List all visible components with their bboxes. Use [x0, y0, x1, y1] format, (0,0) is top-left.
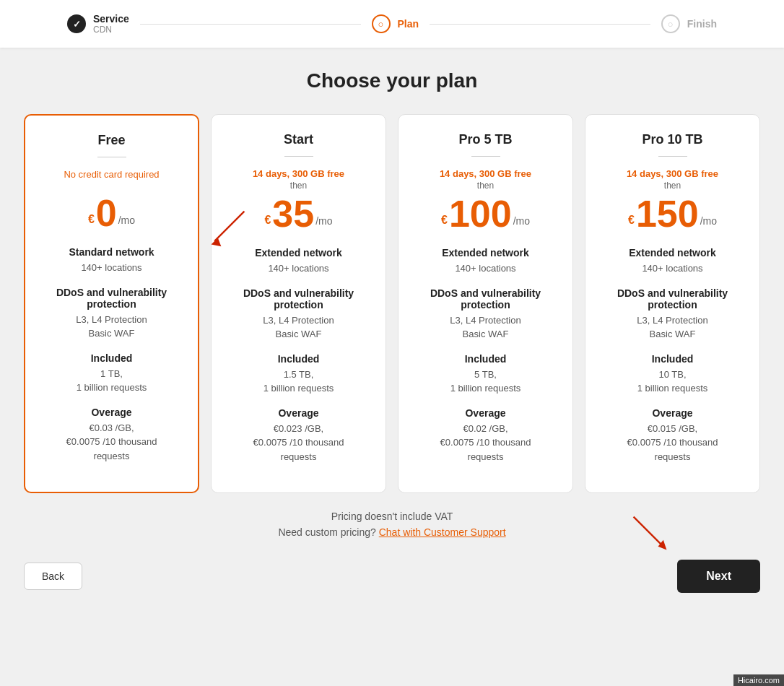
plan-overage-start: Overage €0.023 /GB,€0.0075 /10 thousandr…	[226, 407, 371, 464]
price-period-pro5tb: /mo	[513, 215, 530, 227]
plan-nocc-free: No credit card required	[40, 169, 183, 180]
network-detail-pro10tb: 140+ locations	[600, 261, 745, 276]
network-title-free: Standard network	[40, 246, 183, 258]
footer-section: Pricing doesn't include VAT Need custom …	[24, 511, 760, 538]
plan-card-pro5tb[interactable]: Pro 5 TB 14 days, 300 GB free then € 100…	[398, 114, 573, 493]
plan-price-free: € 0 /mo	[40, 194, 183, 232]
plan-overage-free: Overage €0.03 /GB,€0.0075 /10 thousandre…	[40, 407, 183, 464]
ddos-detail-pro5tb: L3, L4 ProtectionBasic WAF	[413, 313, 558, 342]
plan-name-free: Free	[40, 133, 183, 148]
ddos-detail-free: L3, L4 ProtectionBasic WAF	[40, 313, 183, 341]
included-detail-start: 1.5 TB,1 billion requests	[226, 368, 371, 396]
plan-divider-pro10tb	[658, 156, 687, 157]
plan-price-pro5tb: € 100 /mo	[413, 195, 558, 233]
main-content: Choose your plan Free No credit card req…	[9, 69, 775, 560]
plan-price-start: € 35 /mo	[226, 195, 371, 233]
included-detail-pro5tb: 5 TB,1 billion requests	[413, 368, 558, 396]
plan-name-start: Start	[226, 132, 371, 147]
plan-ddos-pro5tb: DDoS and vulnerability protection L3, L4…	[413, 287, 558, 342]
overage-detail-pro5tb: €0.02 /GB,€0.0075 /10 thousandrequests	[413, 422, 558, 464]
plan-card-free[interactable]: Free No credit card required € 0 /mo Sta…	[24, 114, 199, 493]
plan-divider-free	[97, 157, 126, 157]
overage-title-free: Overage	[40, 407, 183, 418]
plan-trial-start: 14 days, 300 GB free	[226, 168, 371, 179]
watermark: Hicairo.com	[733, 674, 784, 686]
step-plan: ○ Plan	[372, 14, 419, 33]
step-finish-circle: ○	[661, 14, 680, 33]
included-title-pro5tb: Included	[413, 353, 558, 365]
price-currency-free: €	[88, 213, 95, 226]
plan-network-pro5tb: Extended network 140+ locations	[413, 247, 558, 276]
plan-overage-pro5tb: Overage €0.02 /GB,€0.0075 /10 thousandre…	[413, 407, 558, 464]
price-currency-pro10tb: €	[628, 214, 635, 227]
step-line-1	[140, 24, 361, 25]
included-title-start: Included	[226, 353, 371, 365]
plan-included-pro10tb: Included 10 TB,1 billion requests	[600, 353, 745, 396]
included-title-pro10tb: Included	[600, 353, 745, 365]
wizard-header: ✓ Service CDN ○ Plan ○ Finish	[0, 0, 784, 48]
price-amount-free: 0	[96, 194, 117, 232]
ddos-title-pro10tb: DDoS and vulnerability protection	[600, 287, 745, 311]
plan-trial-pro10tb: 14 days, 300 GB free	[600, 168, 745, 179]
plan-card-start[interactable]: Start 14 days, 300 GB free then € 35 /mo…	[211, 114, 386, 493]
price-period-pro10tb: /mo	[700, 215, 717, 227]
overage-detail-pro10tb: €0.015 /GB,€0.0075 /10 thousandrequests	[600, 422, 745, 464]
wizard-steps: ✓ Service CDN ○ Plan ○ Finish	[67, 13, 717, 35]
overage-detail-free: €0.03 /GB,€0.0075 /10 thousandrequests	[40, 421, 183, 464]
page-title: Choose your plan	[24, 69, 760, 92]
ddos-title-free: DDoS and vulnerability protection	[40, 287, 183, 310]
plan-name-pro10tb: Pro 10 TB	[600, 132, 745, 147]
step-plan-label: Plan	[398, 18, 419, 30]
overage-title-pro5tb: Overage	[413, 407, 558, 419]
step-service-name: Service	[93, 13, 129, 25]
plan-ddos-free: DDoS and vulnerability protection L3, L4…	[40, 287, 183, 341]
ddos-title-pro5tb: DDoS and vulnerability protection	[413, 287, 558, 311]
plan-card-pro10tb[interactable]: Pro 10 TB 14 days, 300 GB free then € 15…	[585, 114, 760, 493]
price-amount-pro5tb: 100	[449, 195, 512, 233]
plan-divider-start	[284, 156, 313, 157]
plan-ddos-start: DDoS and vulnerability protection L3, L4…	[226, 287, 371, 342]
overage-detail-start: €0.023 /GB,€0.0075 /10 thousandrequests	[226, 422, 371, 464]
overage-title-start: Overage	[226, 407, 371, 419]
plan-included-start: Included 1.5 TB,1 billion requests	[226, 353, 371, 396]
plan-name-pro5tb: Pro 5 TB	[413, 132, 558, 147]
step-service-circle: ✓	[67, 14, 86, 33]
plan-network-pro10tb: Extended network 140+ locations	[600, 247, 745, 276]
custom-pricing-link[interactable]: Chat with Customer Support	[379, 526, 506, 538]
price-amount-start: 35	[272, 195, 314, 233]
next-button[interactable]: Next	[677, 560, 760, 593]
included-detail-pro10tb: 10 TB,1 billion requests	[600, 368, 745, 396]
network-detail-start: 140+ locations	[226, 261, 371, 276]
plan-included-free: Included 1 TB,1 billion requests	[40, 352, 183, 395]
plan-price-pro10tb: € 150 /mo	[600, 195, 745, 233]
network-detail-pro5tb: 140+ locations	[413, 261, 558, 276]
step-plan-name: Plan	[398, 18, 419, 30]
nav-buttons: Back Next	[9, 560, 775, 593]
plan-network-start: Extended network 140+ locations	[226, 247, 371, 276]
step-line-2	[430, 24, 650, 25]
price-currency-pro5tb: €	[441, 214, 448, 227]
plan-included-pro5tb: Included 5 TB,1 billion requests	[413, 353, 558, 396]
plan-then-start: then	[226, 181, 371, 191]
included-title-free: Included	[40, 352, 183, 364]
plan-divider-pro5tb	[471, 156, 500, 157]
plan-ddos-pro10tb: DDoS and vulnerability protection L3, L4…	[600, 287, 745, 342]
step-service-sub: CDN	[93, 25, 129, 35]
price-amount-pro10tb: 150	[636, 195, 699, 233]
plan-trial-pro5tb: 14 days, 300 GB free	[413, 168, 558, 179]
back-button[interactable]: Back	[24, 563, 82, 590]
network-detail-free: 140+ locations	[40, 261, 183, 275]
step-service-label: Service CDN	[93, 13, 129, 35]
price-period-free: /mo	[118, 214, 135, 226]
ddos-detail-pro10tb: L3, L4 ProtectionBasic WAF	[600, 313, 745, 342]
step-finish-label: Finish	[687, 18, 717, 30]
vat-notice: Pricing doesn't include VAT	[24, 511, 760, 522]
plan-network-free: Standard network 140+ locations	[40, 246, 183, 275]
plan-then-pro10tb: then	[600, 181, 745, 191]
network-title-pro10tb: Extended network	[600, 247, 745, 259]
plans-grid: Free No credit card required € 0 /mo Sta…	[24, 114, 760, 493]
included-detail-free: 1 TB,1 billion requests	[40, 367, 183, 395]
step-finish-name: Finish	[687, 18, 717, 30]
custom-pricing: Need custom pricing? Chat with Customer …	[24, 526, 760, 538]
step-finish: ○ Finish	[661, 14, 717, 33]
